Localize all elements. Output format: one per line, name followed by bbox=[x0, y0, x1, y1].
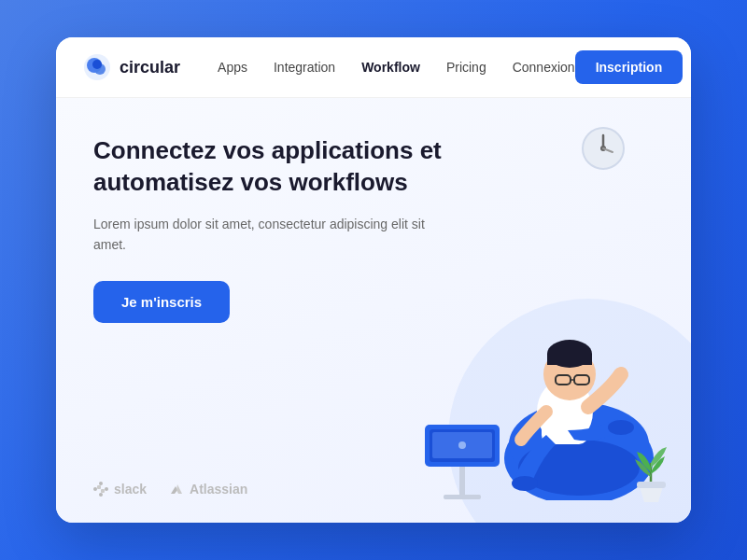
slack-icon bbox=[93, 482, 108, 497]
logo[interactable]: circular bbox=[82, 52, 180, 82]
partners-section: slack Atlassian bbox=[93, 482, 247, 497]
svg-point-16 bbox=[608, 420, 634, 435]
svg-rect-33 bbox=[97, 485, 101, 489]
svg-rect-30 bbox=[99, 482, 103, 485]
partner-slack: slack bbox=[93, 482, 147, 497]
clock-svg bbox=[581, 126, 626, 171]
svg-rect-31 bbox=[105, 487, 108, 491]
hero-subtitle: Lorem ipsum dolor sit amet, consectetur … bbox=[93, 214, 448, 256]
nav-pricing[interactable]: Pricing bbox=[446, 60, 486, 75]
atlassian-icon bbox=[169, 482, 184, 497]
nav-connexion[interactable]: Connexion bbox=[513, 60, 575, 75]
nav-links: Apps Integration Workflow Pricing Connex… bbox=[218, 60, 575, 75]
signup-button[interactable]: Je m'inscris bbox=[93, 281, 230, 323]
svg-rect-34 bbox=[101, 489, 105, 493]
brand-name: circular bbox=[120, 58, 180, 77]
hero-content: Connectez vos applications et automatise… bbox=[93, 135, 448, 323]
svg-rect-29 bbox=[93, 487, 97, 491]
slack-label: slack bbox=[114, 482, 147, 497]
partner-atlassian: Atlassian bbox=[169, 482, 247, 497]
hero-title: Connectez vos applications et automatise… bbox=[93, 135, 448, 199]
hero-section: Connectez vos applications et automatise… bbox=[56, 98, 691, 523]
inscription-button[interactable]: Inscription bbox=[575, 50, 684, 84]
svg-rect-19 bbox=[547, 354, 592, 365]
nav-integration[interactable]: Integration bbox=[274, 60, 335, 75]
plant-illustration bbox=[626, 435, 677, 509]
logo-icon bbox=[82, 52, 112, 82]
nav-workflow[interactable]: Workflow bbox=[361, 60, 420, 75]
main-card: circular Apps Integration Workflow Prici… bbox=[56, 37, 691, 523]
nav-apps[interactable]: Apps bbox=[218, 60, 247, 75]
svg-rect-32 bbox=[99, 493, 103, 497]
svg-point-3 bbox=[92, 60, 102, 69]
atlassian-label: Atlassian bbox=[190, 482, 247, 497]
clock-illustration bbox=[581, 126, 626, 175]
svg-rect-23 bbox=[637, 482, 666, 488]
plant-svg bbox=[626, 435, 677, 505]
navbar: circular Apps Integration Workflow Prici… bbox=[56, 37, 691, 98]
svg-point-15 bbox=[512, 476, 538, 491]
